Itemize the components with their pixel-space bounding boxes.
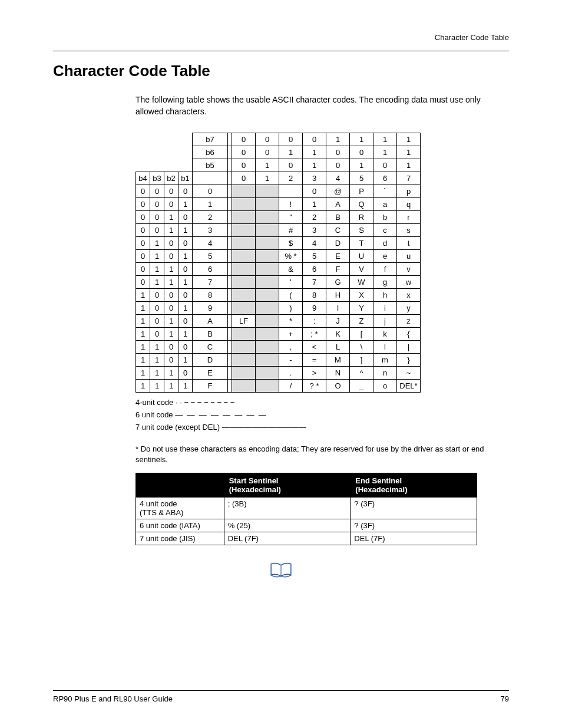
char-cell: w <box>397 276 421 289</box>
char-cell: O <box>326 380 350 393</box>
bit-cell: 0 <box>136 224 150 237</box>
hex-cell: D <box>193 354 228 367</box>
bit-val: 1 <box>326 133 350 146</box>
bit-cell: 0 <box>178 263 193 276</box>
char-cell: / <box>279 380 303 393</box>
bit-val: 0 <box>279 133 303 146</box>
char-cell <box>232 380 256 393</box>
char-cell: + <box>279 328 303 341</box>
char-cell <box>256 237 279 250</box>
bit-cell: 0 <box>178 289 193 302</box>
legend-4unit: 4-unit code · · − − − − − − − − <box>135 396 509 409</box>
col-header: 1 <box>256 172 279 185</box>
char-cell: 6 <box>303 263 326 276</box>
bit-cell: 0 <box>164 250 178 263</box>
char-cell: ) <box>279 302 303 315</box>
sentinel-value: % (25) <box>224 519 351 532</box>
char-cell: G <box>326 276 350 289</box>
char-cell: e <box>373 250 397 263</box>
sentinel-header: End Sentinel(Hexadecimal) <box>351 473 477 498</box>
bit-val: 1 <box>397 133 421 146</box>
bit-val: 0 <box>232 159 256 172</box>
char-cell: M <box>326 354 350 367</box>
char-cell: ~ <box>397 367 421 380</box>
char-cell: x <box>397 289 421 302</box>
char-cell <box>232 237 256 250</box>
char-cell: y <box>397 302 421 315</box>
char-cell: s <box>397 224 421 237</box>
char-cell: , <box>279 341 303 354</box>
char-cell: i <box>373 302 397 315</box>
bit-label: b5 <box>193 159 228 172</box>
sentinel-value: DEL (7F) <box>224 532 351 545</box>
bit-cell: 0 <box>136 185 150 198</box>
bit-cell: 1 <box>136 341 150 354</box>
bit-cell: 0 <box>150 302 164 315</box>
char-cell: DEL* <box>397 380 421 393</box>
bit-cell: 0 <box>164 237 178 250</box>
bit-cell: 1 <box>178 380 193 393</box>
char-cell: C <box>326 224 350 237</box>
char-cell: c <box>373 224 397 237</box>
char-cell <box>279 185 303 198</box>
char-cell <box>232 302 256 315</box>
char-cell <box>256 276 279 289</box>
char-cell: f <box>373 263 397 276</box>
col-header: 6 <box>373 172 397 185</box>
bit-cell: 1 <box>136 328 150 341</box>
char-cell: V <box>350 263 373 276</box>
char-cell: A <box>326 198 350 211</box>
bit-cell: 1 <box>136 354 150 367</box>
char-cell: X <box>350 289 373 302</box>
bit-cell: 1 <box>178 250 193 263</box>
hex-header-blank <box>193 172 228 185</box>
sentinel-value: ; (3B) <box>224 498 351 519</box>
bit-cell: 0 <box>164 354 178 367</box>
bit-cell: 1 <box>136 302 150 315</box>
bit-header: b3 <box>150 172 164 185</box>
bit-cell: 1 <box>164 328 178 341</box>
hex-cell: 6 <box>193 263 228 276</box>
char-cell: g <box>373 276 397 289</box>
bit-label: b6 <box>193 146 228 159</box>
char-cell: K <box>326 328 350 341</box>
char-cell: LF <box>232 315 256 328</box>
page-title: Character Code Table <box>53 62 509 80</box>
char-cell: . <box>279 367 303 380</box>
page-header-section: Character Code Table <box>435 33 509 42</box>
char-cell: ] <box>350 354 373 367</box>
page-footer: RP90 Plus E and RL90 User Guide 79 <box>53 690 509 703</box>
char-cell: Y <box>350 302 373 315</box>
char-cell <box>232 185 256 198</box>
sentinel-header: Start Sentinel(Hexadecimal) <box>224 473 351 498</box>
char-cell: @ <box>326 185 350 198</box>
bit-cell: 0 <box>150 185 164 198</box>
bit-cell: 0 <box>150 328 164 341</box>
char-cell: 3 <box>303 224 326 237</box>
bit-cell: 0 <box>178 211 193 224</box>
hex-cell: B <box>193 328 228 341</box>
char-cell: 7 <box>303 276 326 289</box>
char-cell: u <box>397 250 421 263</box>
bit-cell: 1 <box>150 380 164 393</box>
char-cell: ' <box>279 276 303 289</box>
ascii-table: b700001111b600110011b501010101b4b3b2b101… <box>135 133 421 393</box>
hex-cell: A <box>193 315 228 328</box>
char-cell: : <box>303 315 326 328</box>
char-cell <box>232 289 256 302</box>
char-cell: = <box>303 354 326 367</box>
char-cell <box>256 211 279 224</box>
bit-val: 1 <box>350 159 373 172</box>
char-cell <box>256 328 279 341</box>
char-cell: Z <box>350 315 373 328</box>
char-cell <box>256 224 279 237</box>
col-header: 5 <box>350 172 373 185</box>
bit-cell: 0 <box>164 185 178 198</box>
bit-cell: 1 <box>178 354 193 367</box>
hex-cell: 0 <box>193 185 228 198</box>
bit-header: b1 <box>178 172 193 185</box>
char-cell: t <box>397 237 421 250</box>
bit-cell: 1 <box>150 354 164 367</box>
bit-val: 1 <box>373 146 397 159</box>
bit-cell: 0 <box>136 263 150 276</box>
